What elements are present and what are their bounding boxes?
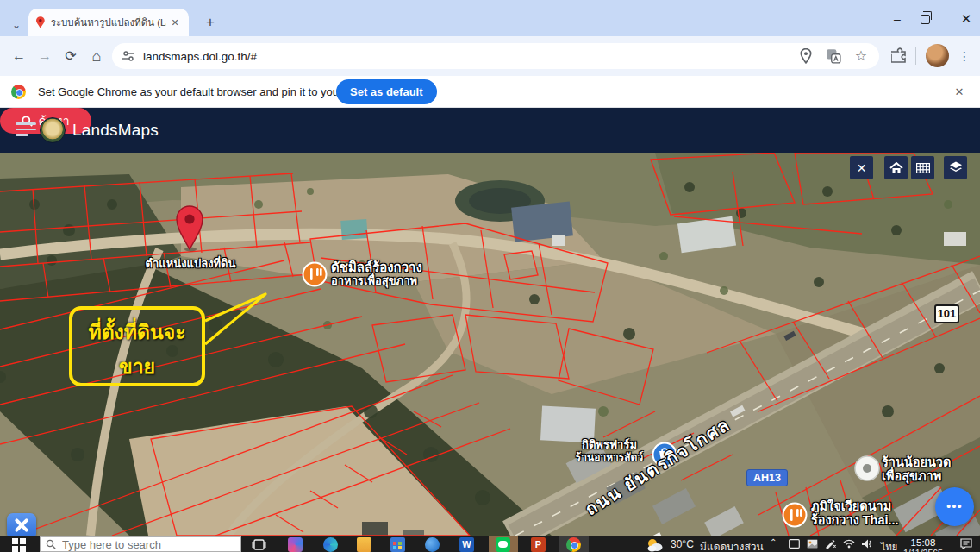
extensions-icon[interactable] bbox=[891, 47, 908, 65]
parcel-pin-label: ตำแหน่งแปลงที่ดิน bbox=[129, 254, 252, 273]
start-button[interactable] bbox=[0, 536, 40, 552]
route-badge-ah13: AH13 bbox=[746, 469, 788, 486]
brand-title: LandsMaps bbox=[72, 121, 159, 140]
map-layers-button[interactable] bbox=[944, 156, 967, 179]
bookmark-star-icon[interactable]: ☆ bbox=[853, 48, 869, 64]
banner-close-icon[interactable]: ✕ bbox=[952, 85, 967, 100]
map-grid-button[interactable] bbox=[911, 156, 934, 179]
task-view-icon[interactable] bbox=[252, 537, 266, 552]
notification-center-icon[interactable] bbox=[960, 538, 972, 549]
set-as-default-button[interactable]: Set as default bbox=[336, 79, 437, 104]
route-shield-101: 101 bbox=[934, 304, 959, 323]
browser-menu-icon[interactable]: ⋮ bbox=[957, 46, 972, 66]
profile-avatar[interactable] bbox=[926, 44, 949, 67]
vietnam-poi-label: ภูมิใจเวียดนาม ร้องกวาง Thai... bbox=[811, 499, 899, 527]
outlook-icon[interactable] bbox=[425, 537, 440, 552]
taskbar-search-input[interactable] bbox=[62, 538, 217, 551]
reload-button[interactable]: ⟳ bbox=[60, 46, 81, 66]
windows-taskbar: W P 30°C มีแดดบางส่วน ⌃ bbox=[0, 536, 980, 552]
chrome-logo-icon bbox=[11, 85, 26, 99]
map-more-fab[interactable]: ••• bbox=[935, 487, 974, 526]
location-icon[interactable] bbox=[798, 48, 814, 64]
annotation-line2: ขาย bbox=[69, 351, 205, 382]
weather-icon[interactable] bbox=[646, 537, 663, 552]
tray-window-icon[interactable] bbox=[789, 539, 800, 549]
tray-pen-icon[interactable] bbox=[825, 539, 836, 549]
toolbar-divider bbox=[915, 47, 916, 65]
line-icon[interactable] bbox=[496, 537, 510, 552]
tray-network-icon[interactable] bbox=[843, 539, 855, 549]
dutchmill-poi-label: ดัชมิลล์ร้องกวาง อาหารเพื่อสุขภาพ bbox=[331, 260, 422, 288]
tray-time: 15:08 bbox=[903, 537, 943, 548]
menu-hamburger-icon[interactable] bbox=[16, 122, 36, 138]
taskbar-search-box[interactable] bbox=[40, 536, 241, 552]
home-icon bbox=[889, 162, 903, 174]
dutchmill-line2: อาหารเพื่อสุขภาพ bbox=[331, 274, 422, 288]
tray-date: 1/11/2565 bbox=[903, 548, 943, 552]
tray-photos-icon[interactable] bbox=[807, 539, 818, 549]
tray-volume-icon[interactable] bbox=[861, 539, 872, 549]
map-home-button[interactable] bbox=[884, 156, 908, 179]
tab-search-icon[interactable]: ⌄ bbox=[7, 18, 26, 34]
file-explorer-icon[interactable] bbox=[357, 537, 371, 552]
edge-icon[interactable] bbox=[323, 537, 338, 552]
vietnam-poi-icon[interactable] bbox=[783, 504, 807, 527]
dol-seal-logo bbox=[40, 117, 66, 143]
map-tools-button[interactable] bbox=[7, 513, 36, 536]
satellite-map[interactable]: ที่ตั้งที่ดินจะ ขาย ตำแหน่งแปลงที่ดิน ดั… bbox=[0, 153, 980, 536]
kitiporn-line1: กิติพรฟาร์ม bbox=[560, 438, 659, 451]
layers-icon bbox=[949, 161, 963, 174]
annotation-arrow bbox=[205, 294, 265, 344]
url-text: landsmaps.dol.go.th/# bbox=[143, 50, 786, 63]
browser-tab[interactable]: ระบบค้นหารูปแปลงที่ดิน (LandsMa ✕ bbox=[28, 9, 189, 36]
address-bar[interactable]: landsmaps.dol.go.th/# ☆ bbox=[112, 43, 879, 69]
site-info-icon[interactable] bbox=[122, 51, 134, 61]
window-minimize-button[interactable]: – bbox=[884, 12, 910, 28]
dutchmill-line1: ดัชมิลล์ร้องกวาง bbox=[331, 260, 422, 274]
home-button[interactable]: ⌂ bbox=[86, 46, 107, 66]
browser-titlebar: ⌄ ระบบค้นหารูปแปลงที่ดิน (LandsMa ✕ + – … bbox=[0, 0, 980, 36]
tray-clock[interactable]: 15:08 1/11/2565 bbox=[903, 537, 943, 552]
parcel-pin-icon bbox=[177, 206, 203, 252]
window-close-button[interactable]: ✕ bbox=[953, 12, 979, 28]
massage-poi-icon[interactable] bbox=[855, 456, 879, 480]
weather-temp[interactable]: 30°C bbox=[671, 538, 694, 550]
tray-chevron-up-icon[interactable]: ⌃ bbox=[770, 537, 777, 547]
massage-line2: เพื่อสุขภาพ bbox=[882, 469, 951, 483]
map-search-clear-icon[interactable]: ✕ bbox=[850, 156, 873, 179]
vietnam-line2: ร้องกวาง Thai... bbox=[811, 513, 899, 527]
search-icon bbox=[46, 539, 56, 549]
forward-button[interactable]: → bbox=[34, 46, 55, 66]
word-icon[interactable]: W bbox=[459, 537, 474, 552]
browser-toolbar: ← → ⟳ ⌂ landsmaps.dol.go.th/# ☆ bbox=[0, 36, 980, 76]
grid-icon bbox=[916, 163, 930, 173]
window-restore-button[interactable] bbox=[921, 15, 930, 24]
landsmaps-header: LandsMaps แพร่ 02-ร้องกวาง ค้นหา เข้าสู่… bbox=[0, 108, 980, 153]
chrome-taskbar-icon[interactable] bbox=[566, 537, 581, 552]
massage-line1: ร้านน้อยนวด bbox=[882, 455, 951, 469]
banner-text: Set Google Chrome as your default browse… bbox=[38, 85, 383, 98]
back-button[interactable]: ← bbox=[9, 46, 29, 66]
powerpoint-icon[interactable]: P bbox=[531, 537, 546, 552]
tray-language[interactable]: ไทย bbox=[881, 539, 897, 552]
vietnam-line1: ภูมิใจเวียดนาม bbox=[811, 499, 899, 513]
weather-desc[interactable]: มีแดดบางส่วน bbox=[700, 538, 764, 552]
map-pin-favicon bbox=[35, 16, 46, 28]
massage-poi-label: ร้านน้อยนวด เพื่อสุขภาพ bbox=[882, 455, 951, 483]
ms-store-icon[interactable] bbox=[390, 537, 405, 552]
annotation-line1: ที่ตั้งที่ดินจะ bbox=[69, 317, 205, 348]
tab-close-icon[interactable]: ✕ bbox=[168, 16, 182, 29]
new-tab-button[interactable]: + bbox=[200, 12, 221, 33]
screen: ⌄ ระบบค้นหารูปแปลงที่ดิน (LandsMa ✕ + – … bbox=[0, 0, 980, 552]
dutchmill-poi-icon[interactable] bbox=[303, 263, 327, 286]
translate-icon[interactable] bbox=[826, 48, 841, 64]
copilot-icon[interactable] bbox=[288, 537, 303, 552]
default-browser-banner: Set Google Chrome as your default browse… bbox=[0, 76, 980, 108]
tab-title: ระบบค้นหารูปแปลงที่ดิน (LandsMa bbox=[51, 15, 167, 30]
